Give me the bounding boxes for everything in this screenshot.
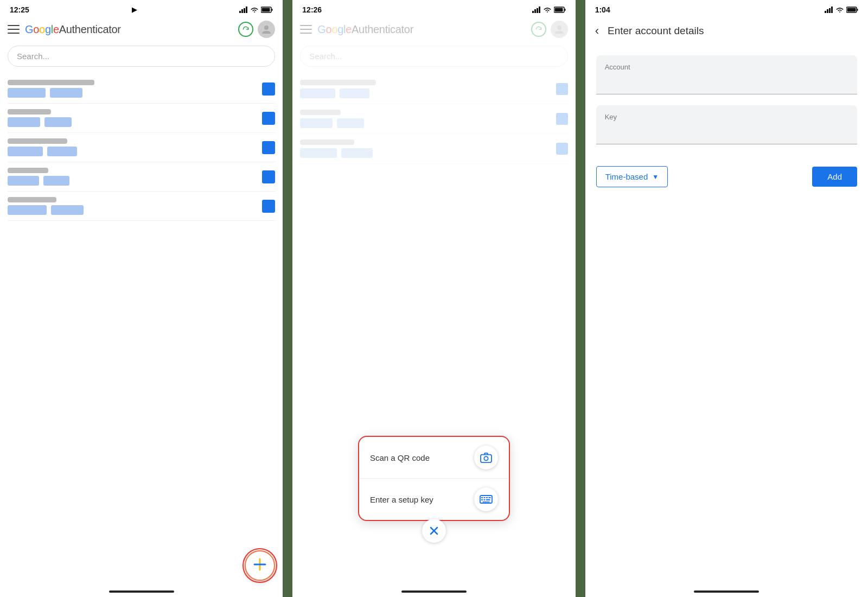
- status-bar-1: 12:25 ▶: [0, 0, 283, 17]
- svg-rect-36: [847, 8, 856, 12]
- scan-qr-label: Scan a QR code: [370, 453, 465, 462]
- camera-icon: [480, 452, 492, 463]
- svg-rect-2: [244, 8, 245, 13]
- svg-rect-28: [482, 501, 489, 503]
- key-value[interactable]: [605, 124, 848, 136]
- svg-rect-34: [831, 7, 833, 13]
- status-bar-3: 1:04: [585, 0, 868, 17]
- signal-icon-2: [532, 7, 541, 13]
- account-field[interactable]: Account: [596, 55, 857, 94]
- sync-icon-2: [531, 22, 546, 37]
- svg-rect-6: [272, 9, 273, 11]
- add-button[interactable]: Add: [812, 167, 857, 187]
- code-indicator-1: [262, 82, 275, 96]
- signal-icon-1: [239, 7, 248, 13]
- svg-rect-16: [564, 9, 565, 11]
- divider-1: [283, 0, 292, 597]
- back-button[interactable]: ‹: [595, 24, 599, 38]
- close-button[interactable]: [422, 519, 446, 543]
- auth-list: [0, 74, 283, 587]
- svg-rect-33: [829, 8, 831, 13]
- svg-rect-1: [241, 9, 243, 13]
- key-label: Key: [605, 113, 848, 121]
- status-bar-2: 12:26: [292, 0, 575, 17]
- auth-item-5[interactable]: [8, 192, 275, 221]
- avatar[interactable]: [258, 21, 275, 38]
- status-icons-2: [532, 7, 566, 13]
- form-actions: Time-based ▼ Add: [585, 166, 868, 187]
- account-label: Account: [605, 63, 848, 71]
- svg-rect-0: [239, 11, 241, 13]
- camera-icon-circle: [474, 446, 498, 469]
- svg-rect-22: [483, 497, 485, 498]
- time-3: 1:04: [595, 5, 610, 14]
- svg-rect-24: [488, 497, 490, 498]
- svg-rect-37: [857, 9, 858, 11]
- svg-rect-21: [481, 497, 483, 498]
- svg-point-17: [557, 26, 561, 30]
- home-indicator-3: [694, 590, 759, 593]
- scan-qr-option[interactable]: Scan a QR code: [359, 437, 509, 479]
- panel-authenticator-main: 12:25 ▶: [0, 0, 283, 597]
- panel2-app-header: Google Authenticator: [292, 17, 575, 42]
- status-icons-3: [825, 7, 858, 13]
- svg-rect-32: [827, 9, 828, 13]
- location-icon: ▶: [132, 6, 137, 14]
- svg-rect-5: [262, 8, 270, 12]
- search-bar-1[interactable]: Search...: [8, 46, 275, 67]
- google-logo: Google Authenticator: [25, 23, 121, 36]
- time-2: 12:26: [302, 5, 322, 14]
- account-form: Account Key: [585, 45, 868, 166]
- keyboard-icon-circle: [474, 487, 498, 511]
- enter-key-option[interactable]: Enter a setup key: [359, 479, 509, 520]
- svg-rect-25: [481, 499, 483, 500]
- add-fab-button[interactable]: [245, 550, 275, 581]
- fab-container: [245, 550, 275, 581]
- code-indicator-5: [262, 200, 275, 213]
- svg-point-19: [484, 456, 488, 460]
- time-based-label: Time-based: [605, 172, 648, 181]
- auth-item-1[interactable]: [8, 74, 275, 104]
- panel-enter-details: 1:04 ‹ Enter account details: [585, 0, 868, 597]
- time-based-dropdown[interactable]: Time-based ▼: [596, 166, 668, 187]
- svg-rect-3: [246, 7, 247, 13]
- panel3-header: ‹ Enter account details: [585, 17, 868, 45]
- battery-icon-1: [261, 7, 273, 13]
- time-1: 12:25: [10, 5, 29, 14]
- header-icons: [238, 21, 275, 38]
- svg-rect-12: [537, 8, 538, 13]
- search-bar-2: Search...: [300, 46, 567, 67]
- wifi-icon-3: [835, 7, 844, 13]
- hamburger-icon[interactable]: [8, 25, 20, 34]
- key-field[interactable]: Key: [596, 105, 857, 144]
- wifi-icon-1: [250, 7, 259, 13]
- svg-rect-23: [486, 497, 488, 498]
- svg-rect-15: [554, 8, 563, 12]
- search-placeholder-1: Search...: [17, 52, 49, 61]
- battery-icon-3: [846, 7, 858, 13]
- enter-key-label: Enter a setup key: [370, 495, 465, 504]
- app-header-1: Google Authenticator: [0, 17, 283, 42]
- battery-icon-2: [554, 7, 566, 13]
- hamburger-icon-2: [300, 25, 312, 34]
- auth-item-3[interactable]: [8, 133, 275, 162]
- svg-rect-31: [825, 11, 826, 13]
- signal-icon-3: [825, 7, 833, 13]
- fab-red-border: [242, 548, 277, 583]
- svg-rect-18: [481, 455, 492, 463]
- auth-item-2[interactable]: [8, 104, 275, 133]
- sync-icon[interactable]: [238, 22, 253, 37]
- code-indicator-4: [262, 170, 275, 183]
- code-indicator-3: [262, 141, 275, 154]
- divider-2: [576, 0, 585, 597]
- keyboard-icon: [480, 495, 493, 504]
- account-value[interactable]: [605, 74, 848, 86]
- close-x-icon: [429, 526, 439, 536]
- svg-rect-10: [532, 11, 534, 13]
- wifi-icon-2: [543, 7, 552, 13]
- google-logo-2: Google Authenticator: [317, 23, 413, 36]
- enter-details-title: Enter account details: [608, 25, 704, 37]
- auth-item-4[interactable]: [8, 162, 275, 192]
- code-indicator-2: [262, 112, 275, 125]
- panel-options: 12:26 Google: [292, 0, 575, 597]
